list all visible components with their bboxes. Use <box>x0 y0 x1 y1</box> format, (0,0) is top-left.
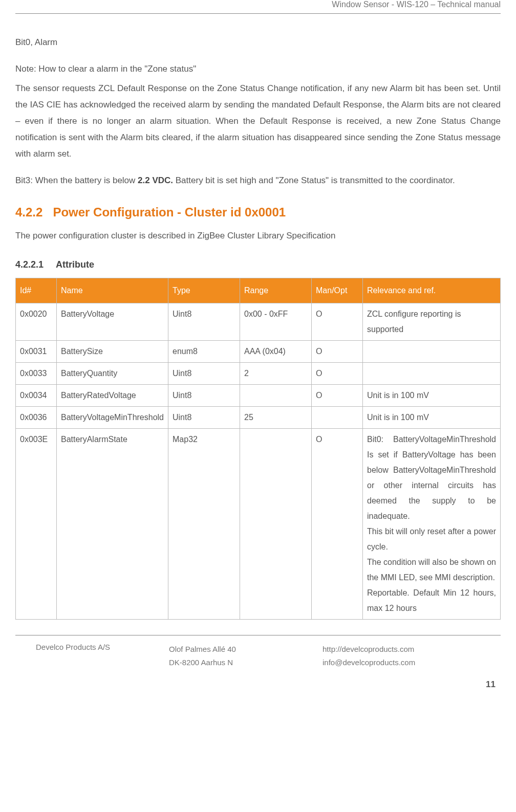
td-type: Uint8 <box>168 385 240 407</box>
td-name: BatteryRatedVoltage <box>57 385 168 407</box>
td-id: 0x0020 <box>16 303 57 341</box>
td-relevance: Bit0: BatteryVoltageMinThreshold Is set … <box>363 429 501 620</box>
td-type: enum8 <box>168 341 240 363</box>
td-type: Map32 <box>168 429 240 620</box>
td-type: Uint8 <box>168 363 240 385</box>
td-id: 0x0034 <box>16 385 57 407</box>
td-range: AAA (0x04) <box>240 341 312 363</box>
td-id: 0x0033 <box>16 363 57 385</box>
td-relevance: Unit is in 100 mV <box>363 385 501 407</box>
td-type: Uint8 <box>168 303 240 341</box>
td-range <box>240 429 312 620</box>
td-id: 0x0031 <box>16 341 57 363</box>
footer: Develco Products A/S Olof Palmes Allé 40… <box>15 635 501 700</box>
table-header-row: Id# Name Type Range Man/Opt Relevance an… <box>16 278 501 303</box>
td-id: 0x0036 <box>16 407 57 429</box>
td-manopt: O <box>312 303 363 341</box>
td-relevance: Unit is in 100 mV <box>363 407 501 429</box>
td-range: 25 <box>240 407 312 429</box>
section-number: 4.2.2 <box>15 205 42 219</box>
table-row: 0x0020BatteryVoltageUint80x00 - 0xFFOZCL… <box>16 303 501 341</box>
bit0-label: Bit0, Alarm <box>15 34 501 51</box>
subsection-number: 4.2.2.1 <box>15 259 44 270</box>
td-manopt <box>312 407 363 429</box>
td-type: Uint8 <box>168 407 240 429</box>
bit3-paragraph: Bit3: When the battery is below 2.2 VDC.… <box>15 172 501 189</box>
section-heading: 4.2.2 Power Configuration - Cluster id 0… <box>15 204 501 221</box>
attribute-table: Id# Name Type Range Man/Opt Relevance an… <box>15 278 501 620</box>
bit3-prefix: Bit3: <box>15 175 33 185</box>
subsection-title: Attribute <box>56 259 94 270</box>
td-relevance: ZCL configure reporting is supported <box>363 303 501 341</box>
footer-company: Develco Products A/S <box>36 643 169 669</box>
td-relevance <box>363 341 501 363</box>
bit3-text2: Battery bit is set high and "Zone Status… <box>173 175 455 185</box>
td-manopt: O <box>312 363 363 385</box>
td-range: 0x00 - 0xFF <box>240 303 312 341</box>
td-name: BatteryVoltage <box>57 303 168 341</box>
table-row: 0x0033BatteryQuantityUint82O <box>16 363 501 385</box>
td-name: BatterySize <box>57 341 168 363</box>
section-intro: The power configuration cluster is descr… <box>15 228 501 244</box>
td-id: 0x003E <box>16 429 57 620</box>
subsection-heading: 4.2.2.1Attribute <box>15 256 501 273</box>
note-heading: Note: How to clear a alarm in the "Zone … <box>15 61 501 77</box>
bit3-bold: 2.2 VDC. <box>138 175 173 185</box>
header-rule <box>15 13 501 14</box>
td-manopt: O <box>312 341 363 363</box>
th-id: Id# <box>16 278 57 303</box>
table-row: 0x0036BatteryVoltageMinThresholdUint825U… <box>16 407 501 429</box>
th-manopt: Man/Opt <box>312 278 363 303</box>
td-range: 2 <box>240 363 312 385</box>
section-title: Power Configuration - Cluster id 0x0001 <box>53 205 286 219</box>
page-number: 11 <box>15 669 501 700</box>
td-name: BatteryAlarmState <box>57 429 168 620</box>
td-manopt: O <box>312 429 363 620</box>
th-relevance: Relevance and ref. <box>363 278 501 303</box>
footer-url: http://develcoproducts.com <box>322 643 476 656</box>
td-manopt: O <box>312 385 363 407</box>
footer-addr2: DK-8200 Aarhus N <box>169 656 322 669</box>
th-range: Range <box>240 278 312 303</box>
footer-addr1: Olof Palmes Allé 40 <box>169 643 322 656</box>
table-row: 0x0031BatterySizeenum8AAA (0x04)O <box>16 341 501 363</box>
table-row: 0x0034BatteryRatedVoltageUint8OUnit is i… <box>16 385 501 407</box>
th-type: Type <box>168 278 240 303</box>
th-name: Name <box>57 278 168 303</box>
note-paragraph: The sensor requests ZCL Default Response… <box>15 80 501 162</box>
doc-header-title: Window Sensor - WIS-120 – Technical manu… <box>15 0 501 13</box>
table-row: 0x003EBatteryAlarmStateMap32OBit0: Batte… <box>16 429 501 620</box>
td-relevance <box>363 363 501 385</box>
td-range <box>240 385 312 407</box>
bit3-text1: When the battery is below <box>33 175 138 185</box>
td-name: BatteryVoltageMinThreshold <box>57 407 168 429</box>
td-name: BatteryQuantity <box>57 363 168 385</box>
footer-email: info@develcoproducts.com <box>322 656 476 669</box>
